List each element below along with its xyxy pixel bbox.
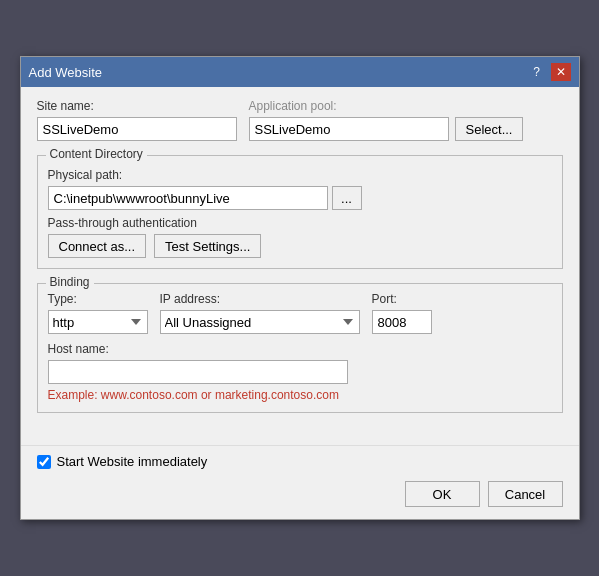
dialog-body: Site name: Application pool: Select... C… <box>21 87 579 425</box>
connect-as-button[interactable]: Connect as... <box>48 234 147 258</box>
type-label: Type: <box>48 292 148 306</box>
app-pool-group: Application pool: Select... <box>249 99 524 141</box>
content-directory-title: Content Directory <box>46 147 147 161</box>
site-apppool-row: Site name: Application pool: Select... <box>37 99 563 141</box>
port-group: Port: <box>372 292 432 334</box>
app-pool-label: Application pool: <box>249 99 524 113</box>
physical-path-label: Physical path: <box>48 168 552 182</box>
ip-address-select[interactable]: All Unassigned 127.0.0.1 <box>160 310 360 334</box>
port-input[interactable] <box>372 310 432 334</box>
title-bar-buttons: ? ✕ <box>527 63 571 81</box>
auth-buttons-row: Connect as... Test Settings... <box>48 234 552 258</box>
hostname-label: Host name: <box>48 342 552 356</box>
site-name-input[interactable] <box>37 117 237 141</box>
ip-address-label: IP address: <box>160 292 360 306</box>
title-bar-left: Add Website <box>29 65 102 80</box>
start-website-row: Start Website immediately <box>37 454 563 469</box>
test-settings-button[interactable]: Test Settings... <box>154 234 261 258</box>
binding-row: Type: http https IP address: All Unassig… <box>48 292 552 334</box>
type-group: Type: http https <box>48 292 148 334</box>
physical-path-row: ... <box>48 186 552 210</box>
example-text: Example: www.contoso.com or marketing.co… <box>48 388 552 402</box>
start-website-label[interactable]: Start Website immediately <box>57 454 208 469</box>
title-bar: Add Website ? ✕ <box>21 57 579 87</box>
bottom-area: Start Website immediately OK Cancel <box>21 445 579 519</box>
app-pool-input[interactable] <box>249 117 449 141</box>
ip-address-group: IP address: All Unassigned 127.0.0.1 <box>160 292 360 334</box>
site-name-group: Site name: <box>37 99 237 141</box>
start-website-checkbox[interactable] <box>37 455 51 469</box>
dialog-title: Add Website <box>29 65 102 80</box>
help-button[interactable]: ? <box>527 63 547 81</box>
physical-path-input[interactable] <box>48 186 328 210</box>
port-label: Port: <box>372 292 432 306</box>
select-app-pool-button[interactable]: Select... <box>455 117 524 141</box>
hostname-input[interactable] <box>48 360 348 384</box>
site-name-label: Site name: <box>37 99 237 113</box>
ok-cancel-row: OK Cancel <box>37 481 563 507</box>
binding-section: Binding Type: http https IP address: All… <box>37 283 563 413</box>
ok-button[interactable]: OK <box>405 481 480 507</box>
spacer <box>21 425 579 445</box>
add-website-dialog: Add Website ? ✕ Site name: Application p… <box>20 56 580 520</box>
browse-button[interactable]: ... <box>332 186 362 210</box>
pass-through-label: Pass-through authentication <box>48 216 552 230</box>
physical-path-group: Physical path: ... <box>48 168 552 210</box>
type-select[interactable]: http https <box>48 310 148 334</box>
cancel-button[interactable]: Cancel <box>488 481 563 507</box>
binding-section-title: Binding <box>46 275 94 289</box>
content-directory-section: Content Directory Physical path: ... Pas… <box>37 155 563 269</box>
close-button[interactable]: ✕ <box>551 63 571 81</box>
hostname-group: Host name: <box>48 342 552 384</box>
